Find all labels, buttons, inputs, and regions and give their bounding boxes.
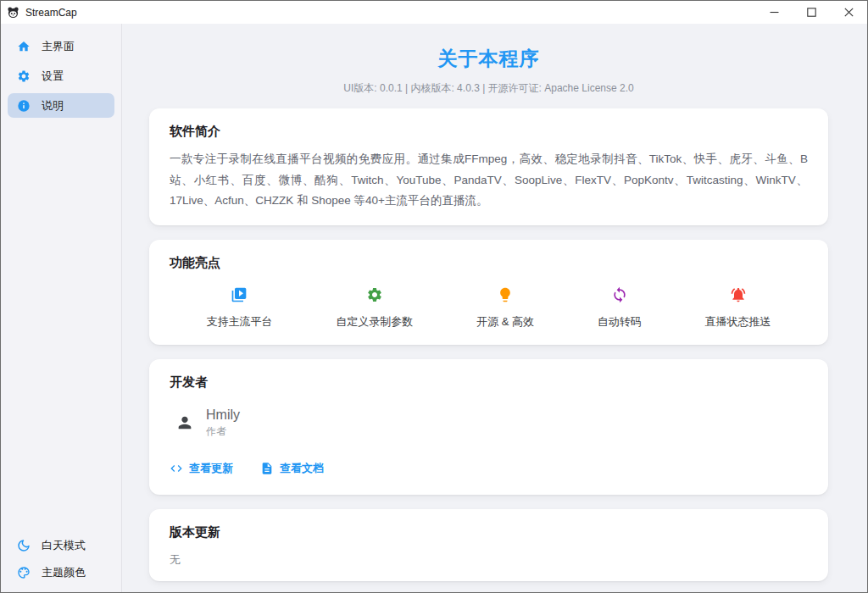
- sidebar-item-settings[interactable]: 设置: [8, 64, 114, 88]
- lightbulb-icon: [497, 286, 514, 303]
- home-icon: [17, 40, 31, 53]
- feature-platforms: 支持主流平台: [206, 286, 272, 330]
- app-title: StreamCap: [25, 7, 77, 19]
- feature-label: 直播状态推送: [705, 314, 771, 330]
- palette-icon: [17, 566, 31, 579]
- updates-heading: 版本更新: [170, 524, 808, 540]
- feature-label: 自动转码: [598, 314, 642, 330]
- version-line: UI版本: 0.0.1 | 内核版本: 4.0.3 | 开源许可证: Apach…: [149, 81, 828, 96]
- feature-open-source: 开源 & 高效: [476, 286, 534, 330]
- bell-ring-icon: [730, 286, 747, 303]
- moon-icon: [17, 539, 31, 552]
- close-icon: [844, 8, 854, 17]
- minimize-icon: [770, 8, 779, 17]
- feature-custom-params: 自定义录制参数: [336, 286, 413, 330]
- video-library-icon: [231, 286, 248, 303]
- developer-role: 作者: [206, 424, 240, 439]
- sidebar-item-label: 说明: [42, 98, 64, 114]
- sync-icon: [611, 286, 628, 303]
- sidebar-item-day-mode[interactable]: 白天模式: [8, 533, 114, 557]
- developer-name: Hmily: [206, 407, 240, 423]
- sidebar-item-label: 白天模式: [42, 538, 86, 553]
- feature-label: 支持主流平台: [206, 314, 272, 330]
- sidebar-item-label: 设置: [42, 69, 64, 84]
- gear-icon: [366, 286, 383, 303]
- feature-label: 自定义录制参数: [336, 314, 413, 330]
- minimize-button[interactable]: [755, 1, 793, 24]
- code-icon: [170, 462, 183, 475]
- titlebar: StreamCap: [1, 1, 867, 24]
- info-icon: [17, 99, 31, 113]
- page-title: 关于本程序: [149, 46, 828, 72]
- document-icon: [260, 462, 274, 475]
- sidebar-spacer: [1, 120, 121, 530]
- gear-icon: [17, 69, 31, 83]
- app-logo-icon: [7, 6, 19, 19]
- sidebar: 主界面 设置 说明 白天模式 主题颜色: [1, 24, 122, 592]
- app-window: StreamCap 主界面 设置 说明: [0, 0, 868, 593]
- about-page: 关于本程序 UI版本: 0.0.1 | 内核版本: 4.0.3 | 开源许可证:…: [122, 24, 867, 592]
- feature-label: 开源 & 高效: [476, 314, 534, 330]
- feature-auto-transcode: 自动转码: [598, 286, 642, 330]
- view-updates-link[interactable]: 查看更新: [170, 461, 233, 476]
- updates-card: 版本更新 无: [149, 509, 828, 581]
- maximize-icon: [807, 8, 816, 17]
- sidebar-item-theme-color[interactable]: 主题颜色: [8, 560, 114, 585]
- developer-person: Hmily 作者: [175, 407, 808, 439]
- developer-card: 开发者 Hmily 作者 查看更新 查看文档: [149, 359, 828, 495]
- sidebar-item-about[interactable]: 说明: [8, 93, 114, 118]
- view-docs-link[interactable]: 查看文档: [260, 461, 324, 476]
- features-heading: 功能亮点: [170, 255, 808, 271]
- features-card: 功能亮点 支持主流平台 自定义录制参数 开源 & 高效: [149, 240, 828, 345]
- sidebar-item-label: 主界面: [42, 39, 75, 54]
- sidebar-item-home[interactable]: 主界面: [8, 34, 114, 58]
- updates-body: 无: [170, 552, 808, 568]
- view-updates-label: 查看更新: [189, 461, 233, 476]
- sidebar-footer: 白天模式 主题颜色: [1, 530, 121, 592]
- maximize-button[interactable]: [793, 1, 830, 24]
- developer-heading: 开发者: [170, 374, 808, 391]
- intro-body: 一款专注于录制在线直播平台视频的免费应用。通过集成FFmpeg，高效、稳定地录制…: [170, 149, 808, 212]
- close-button[interactable]: [830, 1, 867, 24]
- person-icon: [175, 413, 194, 432]
- feature-status-push: 直播状态推送: [705, 286, 771, 330]
- intro-heading: 软件简介: [170, 124, 808, 140]
- view-docs-label: 查看文档: [280, 461, 324, 476]
- sidebar-item-label: 主题颜色: [42, 565, 86, 580]
- intro-card: 软件简介 一款专注于录制在线直播平台视频的免费应用。通过集成FFmpeg，高效、…: [149, 108, 828, 225]
- features-row: 支持主流平台 自定义录制参数 开源 & 高效 自动转码: [170, 286, 808, 331]
- developer-links: 查看更新 查看文档: [170, 461, 808, 476]
- developer-texts: Hmily 作者: [206, 407, 240, 439]
